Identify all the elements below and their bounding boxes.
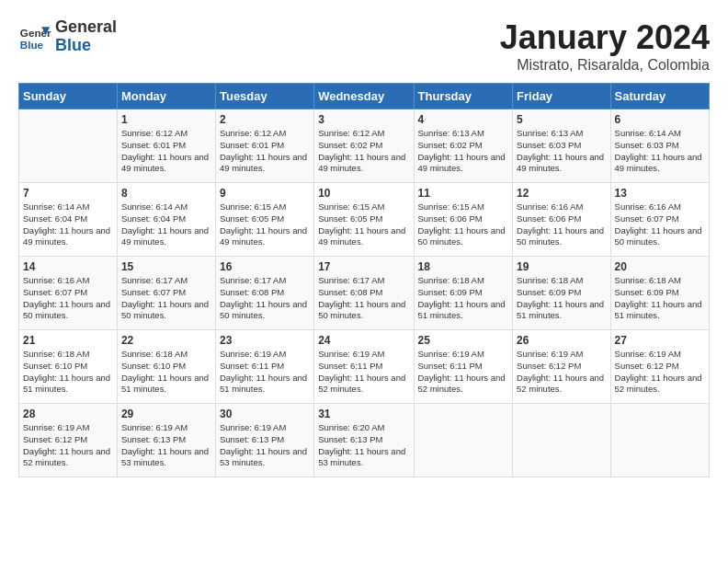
day-number: 15 bbox=[121, 260, 211, 273]
day-number: 22 bbox=[121, 334, 211, 347]
day-info: Sunrise: 6:18 AM Sunset: 6:10 PM Dayligh… bbox=[23, 349, 113, 396]
day-number: 10 bbox=[318, 187, 409, 200]
calendar-cell: 17Sunrise: 6:17 AM Sunset: 6:08 PM Dayli… bbox=[314, 257, 414, 330]
calendar-cell: 18Sunrise: 6:18 AM Sunset: 6:09 PM Dayli… bbox=[414, 257, 513, 330]
day-info: Sunrise: 6:20 AM Sunset: 6:13 PM Dayligh… bbox=[318, 422, 409, 469]
day-info: Sunrise: 6:19 AM Sunset: 6:13 PM Dayligh… bbox=[220, 422, 310, 469]
calendar-cell: 5Sunrise: 6:13 AM Sunset: 6:03 PM Daylig… bbox=[513, 109, 610, 183]
svg-text:Blue: Blue bbox=[20, 38, 44, 50]
day-info: Sunrise: 6:17 AM Sunset: 6:07 PM Dayligh… bbox=[121, 275, 211, 322]
location: Mistrato, Risaralda, Colombia bbox=[500, 57, 710, 74]
day-number: 14 bbox=[23, 260, 113, 273]
day-number: 2 bbox=[220, 113, 310, 126]
day-number: 23 bbox=[220, 334, 310, 347]
month-title: January 2024 bbox=[500, 18, 710, 57]
calendar-cell bbox=[414, 404, 513, 477]
calendar-cell: 12Sunrise: 6:16 AM Sunset: 6:06 PM Dayli… bbox=[513, 183, 610, 257]
calendar-cell: 25Sunrise: 6:19 AM Sunset: 6:11 PM Dayli… bbox=[414, 330, 513, 404]
day-number: 11 bbox=[418, 187, 509, 200]
calendar-cell: 24Sunrise: 6:19 AM Sunset: 6:11 PM Dayli… bbox=[314, 330, 414, 404]
day-info: Sunrise: 6:19 AM Sunset: 6:12 PM Dayligh… bbox=[615, 349, 705, 396]
calendar-cell: 19Sunrise: 6:18 AM Sunset: 6:09 PM Dayli… bbox=[513, 257, 610, 330]
day-number: 25 bbox=[418, 334, 509, 347]
calendar-cell: 23Sunrise: 6:19 AM Sunset: 6:11 PM Dayli… bbox=[215, 330, 313, 404]
day-number: 27 bbox=[615, 334, 705, 347]
day-number: 31 bbox=[318, 408, 409, 420]
day-info: Sunrise: 6:13 AM Sunset: 6:02 PM Dayligh… bbox=[418, 128, 509, 175]
page-header: General Blue General Blue January 2024 M… bbox=[18, 18, 710, 74]
week-row-2: 14Sunrise: 6:16 AM Sunset: 6:07 PM Dayli… bbox=[19, 257, 710, 330]
day-number: 26 bbox=[517, 334, 606, 347]
day-info: Sunrise: 6:19 AM Sunset: 6:11 PM Dayligh… bbox=[318, 349, 409, 396]
day-info: Sunrise: 6:19 AM Sunset: 6:12 PM Dayligh… bbox=[23, 422, 113, 469]
calendar-cell bbox=[513, 404, 610, 477]
day-number: 21 bbox=[23, 334, 113, 347]
day-number: 12 bbox=[517, 187, 606, 200]
calendar-cell: 22Sunrise: 6:18 AM Sunset: 6:10 PM Dayli… bbox=[117, 330, 215, 404]
logo-icon: General Blue bbox=[18, 20, 51, 53]
day-number: 28 bbox=[23, 408, 113, 420]
day-info: Sunrise: 6:12 AM Sunset: 6:01 PM Dayligh… bbox=[220, 128, 310, 175]
day-number: 3 bbox=[318, 113, 409, 126]
calendar-cell: 6Sunrise: 6:14 AM Sunset: 6:03 PM Daylig… bbox=[610, 109, 709, 183]
day-info: Sunrise: 6:16 AM Sunset: 6:07 PM Dayligh… bbox=[23, 275, 113, 322]
calendar-cell: 9Sunrise: 6:15 AM Sunset: 6:05 PM Daylig… bbox=[215, 183, 313, 257]
day-number: 24 bbox=[318, 334, 409, 347]
calendar-cell bbox=[610, 404, 709, 477]
calendar-cell: 13Sunrise: 6:16 AM Sunset: 6:07 PM Dayli… bbox=[610, 183, 709, 257]
header-wednesday: Wednesday bbox=[314, 84, 414, 109]
week-row-3: 21Sunrise: 6:18 AM Sunset: 6:10 PM Dayli… bbox=[19, 330, 710, 404]
calendar-cell: 28Sunrise: 6:19 AM Sunset: 6:12 PM Dayli… bbox=[19, 404, 118, 477]
day-info: Sunrise: 6:13 AM Sunset: 6:03 PM Dayligh… bbox=[517, 128, 606, 175]
day-info: Sunrise: 6:18 AM Sunset: 6:09 PM Dayligh… bbox=[418, 275, 509, 322]
day-number: 17 bbox=[318, 260, 409, 273]
header-tuesday: Tuesday bbox=[215, 84, 313, 109]
day-number: 9 bbox=[220, 187, 310, 200]
day-info: Sunrise: 6:14 AM Sunset: 6:04 PM Dayligh… bbox=[23, 201, 113, 248]
day-info: Sunrise: 6:14 AM Sunset: 6:04 PM Dayligh… bbox=[121, 201, 211, 248]
day-number: 7 bbox=[23, 187, 113, 200]
calendar-cell: 3Sunrise: 6:12 AM Sunset: 6:02 PM Daylig… bbox=[314, 109, 414, 183]
calendar-cell: 2Sunrise: 6:12 AM Sunset: 6:01 PM Daylig… bbox=[215, 109, 313, 183]
calendar-cell: 27Sunrise: 6:19 AM Sunset: 6:12 PM Dayli… bbox=[610, 330, 709, 404]
day-info: Sunrise: 6:15 AM Sunset: 6:06 PM Dayligh… bbox=[418, 201, 509, 248]
calendar-cell: 15Sunrise: 6:17 AM Sunset: 6:07 PM Dayli… bbox=[117, 257, 215, 330]
calendar-cell bbox=[19, 109, 118, 183]
day-info: Sunrise: 6:19 AM Sunset: 6:11 PM Dayligh… bbox=[418, 349, 509, 396]
calendar-cell: 29Sunrise: 6:19 AM Sunset: 6:13 PM Dayli… bbox=[117, 404, 215, 477]
calendar-cell: 30Sunrise: 6:19 AM Sunset: 6:13 PM Dayli… bbox=[215, 404, 313, 477]
day-info: Sunrise: 6:18 AM Sunset: 6:09 PM Dayligh… bbox=[517, 275, 606, 322]
header-monday: Monday bbox=[117, 84, 215, 109]
logo-general: General bbox=[55, 18, 117, 37]
day-info: Sunrise: 6:18 AM Sunset: 6:10 PM Dayligh… bbox=[121, 349, 211, 396]
day-number: 1 bbox=[121, 113, 211, 126]
day-number: 6 bbox=[615, 113, 705, 126]
header-thursday: Thursday bbox=[414, 84, 513, 109]
calendar-cell: 21Sunrise: 6:18 AM Sunset: 6:10 PM Dayli… bbox=[19, 330, 118, 404]
calendar-cell: 31Sunrise: 6:20 AM Sunset: 6:13 PM Dayli… bbox=[314, 404, 414, 477]
day-info: Sunrise: 6:19 AM Sunset: 6:13 PM Dayligh… bbox=[121, 422, 211, 469]
header-sunday: Sunday bbox=[19, 84, 118, 109]
logo: General Blue General Blue bbox=[18, 18, 117, 55]
calendar-body: 1Sunrise: 6:12 AM Sunset: 6:01 PM Daylig… bbox=[19, 109, 710, 477]
calendar-cell: 7Sunrise: 6:14 AM Sunset: 6:04 PM Daylig… bbox=[19, 183, 118, 257]
day-number: 5 bbox=[517, 113, 606, 126]
week-row-1: 7Sunrise: 6:14 AM Sunset: 6:04 PM Daylig… bbox=[19, 183, 710, 257]
calendar-cell: 14Sunrise: 6:16 AM Sunset: 6:07 PM Dayli… bbox=[19, 257, 118, 330]
day-info: Sunrise: 6:12 AM Sunset: 6:01 PM Dayligh… bbox=[121, 128, 211, 175]
calendar-cell: 20Sunrise: 6:18 AM Sunset: 6:09 PM Dayli… bbox=[610, 257, 709, 330]
day-info: Sunrise: 6:12 AM Sunset: 6:02 PM Dayligh… bbox=[318, 128, 409, 175]
day-info: Sunrise: 6:15 AM Sunset: 6:05 PM Dayligh… bbox=[318, 201, 409, 248]
day-info: Sunrise: 6:16 AM Sunset: 6:06 PM Dayligh… bbox=[517, 201, 606, 248]
header-row: SundayMondayTuesdayWednesdayThursdayFrid… bbox=[19, 84, 710, 109]
calendar-header: SundayMondayTuesdayWednesdayThursdayFrid… bbox=[19, 84, 710, 109]
calendar-cell: 8Sunrise: 6:14 AM Sunset: 6:04 PM Daylig… bbox=[117, 183, 215, 257]
calendar-cell: 11Sunrise: 6:15 AM Sunset: 6:06 PM Dayli… bbox=[414, 183, 513, 257]
day-number: 18 bbox=[418, 260, 509, 273]
calendar-cell: 4Sunrise: 6:13 AM Sunset: 6:02 PM Daylig… bbox=[414, 109, 513, 183]
day-number: 13 bbox=[615, 187, 705, 200]
header-friday: Friday bbox=[513, 84, 610, 109]
day-info: Sunrise: 6:15 AM Sunset: 6:05 PM Dayligh… bbox=[220, 201, 310, 248]
day-number: 8 bbox=[121, 187, 211, 200]
calendar-cell: 1Sunrise: 6:12 AM Sunset: 6:01 PM Daylig… bbox=[117, 109, 215, 183]
